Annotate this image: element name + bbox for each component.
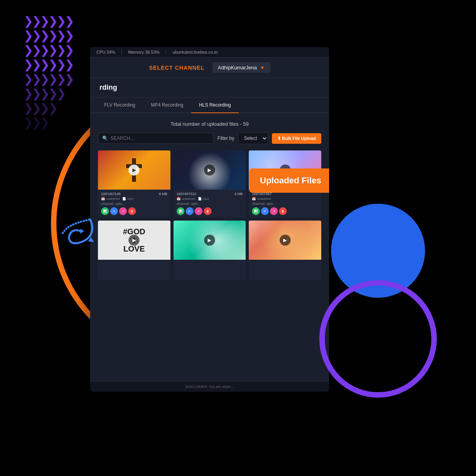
app-window: CPU 34% Memory 36.53% ubuntutest.livebox… [90,47,329,392]
search-icon: 🔍 [102,136,108,141]
file-id-2: 1697457312 [177,192,196,196]
action-share-icon[interactable]: ↗ [270,207,278,215]
action-delete-icon[interactable]: 🗑 [204,207,212,215]
card-actions-3: 📊 ✏ ↗ 🗑 [252,207,318,215]
video-card-2[interactable]: ▶ 1697457312 9 MB 📅 undefined 📄 mp4 [174,150,246,217]
card-info-6 [249,260,321,280]
card-actions-1: 📊 ✏ ↗ 🗑 [101,207,167,215]
chevron-icon: ❯❯❯❯❯❯ [24,16,133,26]
status-bar: CPU 34% Memory 36.53% ubuntutest.livebox… [90,47,329,58]
file-format-2: 📄 mp4 [198,197,209,201]
video-card-4[interactable]: #GODILOVE ▶ [98,221,170,280]
thumbnail-1: ▶ [98,150,170,190]
divider [166,49,166,55]
file-type-3: 📅 undefined [252,197,271,201]
action-share-icon[interactable]: ↗ [195,207,203,215]
page-title: rding [100,83,117,91]
card-actions-6 [252,262,318,278]
play-button-2[interactable]: ▶ [204,165,215,176]
card-info-4 [98,260,170,280]
tab-mp4-recording[interactable]: MP4 Recording [143,98,191,113]
file-type-1: 📅 undefined [101,197,120,201]
video-card-1[interactable]: ▶ 1697457145 8 MB 📅 undefined 📄 mp4 [98,150,170,217]
memory-status: Memory 36.53% [128,50,159,54]
disclaimer: DISCLAIMER: You are respo... [90,381,329,392]
nav-bar: SELECT CHANNEL AdhipKumarJena ▼ [90,58,329,78]
action-delete-icon[interactable]: 🗑 [128,207,136,215]
file-size-1: 8 MB [159,192,167,196]
channel-dropdown[interactable]: AdhipKumarJena ▼ [212,62,270,73]
play-button-6[interactable]: ▶ [280,235,291,246]
card-info-2: 1697457312 9 MB 📅 undefined 📄 mp4 channe… [174,190,246,217]
card-info-3: 1697457587 📅 undefined channel: uplo... … [249,190,321,217]
video-card-6[interactable]: ▶ [249,221,321,280]
card-actions-4 [101,262,167,278]
search-filter-row: 🔍 Filter by Select ⬆ Bulk File Upload [98,132,321,144]
purple-circle-decoration [319,280,437,398]
thumbnail-6: ▶ [249,221,321,260]
page-title-bar: rding [90,78,329,98]
file-size-2: 9 MB [234,192,243,196]
tab-hls-recording[interactable]: HLS Recording [191,98,239,113]
action-stats-icon[interactable]: 📊 [177,207,185,215]
file-id-1: 1697457145 [101,192,121,196]
action-share-icon[interactable]: ↗ [119,207,127,215]
channel-info-1: channel: uplo... [101,202,167,206]
blue-arrow-decoration [59,212,106,259]
tabs-bar: FLV Recording MP4 Recording HLS Recordin… [90,98,329,113]
file-type-2: 📅 undefined [177,197,195,201]
channel-name: AdhipKumarJena [218,65,257,71]
tab-flv-recording[interactable]: FLV Recording [96,98,143,113]
thumbnail-2: ▶ [174,150,246,190]
cpu-status: CPU 34% [96,50,115,54]
content-area: Total number of uploaded files - 59 🔍 Fi… [90,113,329,288]
action-stats-icon[interactable]: 📊 [252,207,260,215]
total-files-count: Total number of uploaded files - 59 [98,121,321,127]
server-status: ubuntutest.livebox.co.in [172,50,217,54]
action-delete-icon[interactable]: 🗑 [279,207,287,215]
channel-info-3: channel: uplo... [252,202,318,206]
thumbnail-4: #GODILOVE ▶ [98,221,170,260]
file-format-1: 📄 mp4 [122,197,134,201]
filter-label: Filter by [217,136,234,141]
action-edit-icon[interactable]: ✏ [110,207,118,215]
uploaded-files-badge: Uploaded Files [249,168,329,193]
card-info-5 [174,260,246,280]
bulk-upload-button[interactable]: ⬆ Bulk File Upload [272,133,321,144]
action-edit-icon[interactable]: ✏ [261,207,269,215]
card-actions-5 [177,262,243,278]
search-box[interactable]: 🔍 [98,133,214,144]
divider [121,49,122,55]
thumbnail-5: ▶ [174,221,246,260]
dropdown-arrow-icon: ▼ [260,65,265,71]
play-button-5[interactable]: ▶ [204,235,215,246]
channel-info-2: channel: uplo... [177,202,243,206]
chevron-icon: ❯❯❯❯❯❯ [24,30,133,41]
select-channel-label: SELECT CHANNEL [149,65,205,71]
action-edit-icon[interactable]: ✏ [186,207,194,215]
card-actions-2: 📊 ✏ ↗ 🗑 [177,207,243,215]
card-info-1: 1697457145 8 MB 📅 undefined 📄 mp4 channe… [98,190,170,217]
video-card-5[interactable]: ▶ [174,221,246,280]
search-input[interactable] [110,136,209,141]
filter-select[interactable]: Select [238,132,268,144]
